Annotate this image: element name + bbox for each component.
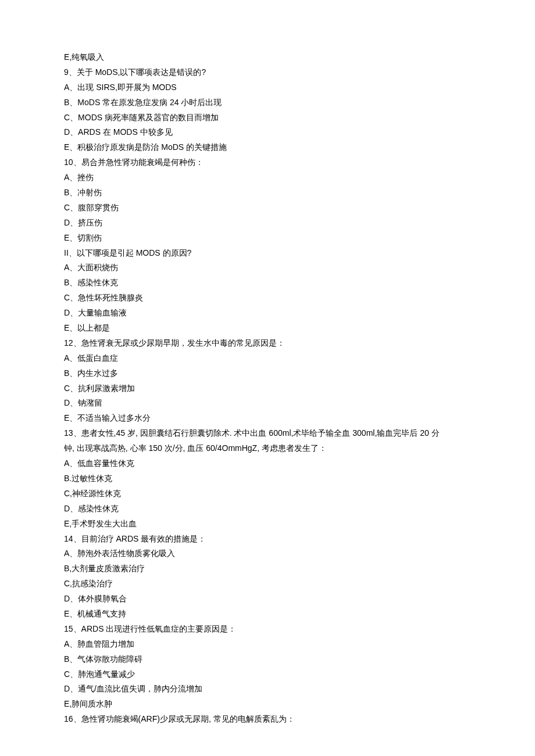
text-line: A、低血容量性休克	[64, 456, 471, 471]
text-line: C、MODS 病死率随累及器官的数目而增加	[64, 110, 471, 126]
text-line: B、冲射伤	[64, 185, 471, 200]
text-line: D、大量输血输液	[64, 306, 471, 321]
text-line: C、抗利尿激素增加	[64, 381, 471, 396]
text-line: A、挫伤	[64, 170, 471, 185]
text-line: D、钠潴留	[64, 396, 471, 411]
text-line: C,神经源性休克	[64, 486, 471, 501]
text-line: E,纯氧吸入	[64, 50, 471, 65]
text-line: E,肺间质水肿	[64, 697, 471, 712]
text-line: 14、目前治疗 ARDS 最有效的措施是：	[64, 532, 471, 547]
text-line: 10、易合并急性肾功能衰竭是何种伤：	[64, 155, 471, 170]
text-line: D、体外膜肺氧合	[64, 592, 471, 607]
text-line: B、MoDS 常在原发急症发病 24 小时后出现	[64, 95, 471, 110]
text-line: 12、急性肾衰无尿或少尿期早期，发生水中毒的常见原因是：	[64, 336, 471, 351]
text-line: B.过敏性休克	[64, 471, 471, 486]
text-line: A、肺泡外表活性物质雾化吸入	[64, 546, 471, 561]
text-line: 钟, 出现寒战高热, 心率 150 次/分, 血压 60/4OmmHgZ, 考虑…	[64, 441, 471, 456]
text-line: A、低蛋白血症	[64, 351, 471, 366]
text-line: 9、关于 MoDS,以下哪项表达是错误的?	[64, 65, 471, 80]
text-line: A、大面积烧伤	[64, 260, 471, 275]
text-line: E、机械通气支持	[64, 607, 471, 622]
text-line: B、内生水过多	[64, 366, 471, 381]
text-line: 13、患者女性,45 岁, 因胆囊结石行胆囊切除术. 术中出血 600ml,术毕…	[64, 426, 471, 441]
text-line: D、ARDS 在 MODS 中较多见	[64, 125, 471, 140]
document-page: E,纯氧吸入9、关于 MoDS,以下哪项表达是错误的?A、出现 SIRS,即开展…	[0, 0, 535, 756]
text-line: 16、急性肾功能衰竭(ARF)少尿或无尿期, 常见的电解质紊乱为：	[64, 712, 471, 727]
text-line: 15、ARDS 出现进行性低氧血症的主要原因是：	[64, 622, 471, 637]
text-line: E、切割伤	[64, 231, 471, 246]
text-line: C、腹部穿贯伤	[64, 200, 471, 216]
text-line: E、不适当输入过多水分	[64, 411, 471, 426]
text-line: B、感染性休克	[64, 275, 471, 291]
text-line: A、出现 SIRS,即开展为 MODS	[64, 80, 471, 95]
text-line: C,抗感染治疗	[64, 576, 471, 592]
text-line: E、以上都是	[64, 321, 471, 336]
text-line: II、以下哪项是引起 MODS 的原因?	[64, 246, 471, 261]
text-line: B、气体弥散功能障碍	[64, 652, 471, 667]
text-line: E,手术野发生大出血	[64, 517, 471, 532]
text-line: B,大剂量皮质激素治疗	[64, 561, 471, 576]
text-line: C、肺泡通气量减少	[64, 667, 471, 682]
text-line: D、通气/血流比值失调，肺内分流增加	[64, 682, 471, 697]
text-line: A、肺血管阻力增加	[64, 637, 471, 652]
text-line: D、挤压伤	[64, 216, 471, 231]
text-line: E、积极治疗原发病是防治 MoDS 的关键措施	[64, 140, 471, 155]
text-line: C、急性坏死性胰腺炎	[64, 291, 471, 306]
text-line: D、感染性休克	[64, 501, 471, 517]
